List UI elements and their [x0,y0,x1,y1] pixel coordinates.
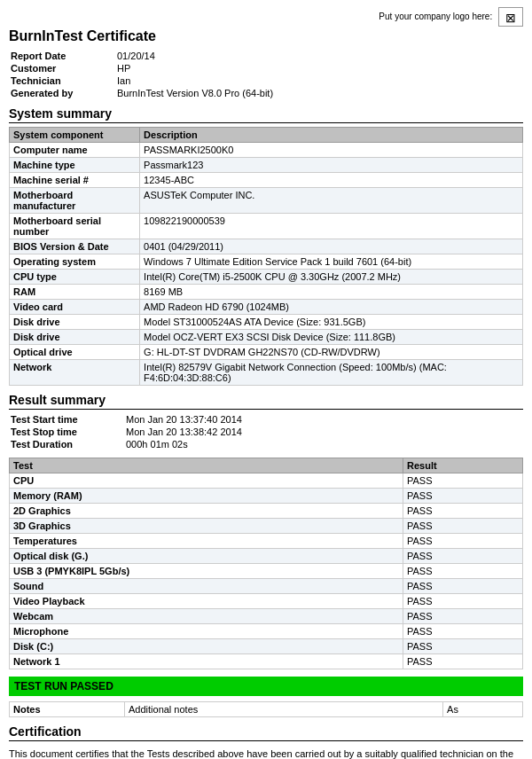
timing-value: Mon Jan 20 13:38:42 2014 [124,426,523,438]
header-value: BurnInTest Version V8.0 Pro (64-bit) [115,87,523,99]
notes-table: Notes Additional notes As [9,701,523,717]
test-row: TemperaturesPASS [10,534,523,549]
notes-row: Notes Additional notes As [10,702,523,717]
system-component: CPU type [10,270,140,285]
timing-label: Test Stop time [9,426,124,438]
system-description: Passmark123 [140,158,523,173]
test-result: PASS [403,594,523,609]
header-label: Generated by [9,87,115,99]
result-tests-table: Test Result CPUPASSMemory (RAM)PASS2D Gr… [9,458,523,669]
test-result: PASS [403,504,523,519]
test-result: PASS [403,534,523,549]
system-component: BIOS Version & Date [10,239,140,254]
test-row: Network 1PASS [10,654,523,669]
test-result: PASS [403,654,523,669]
test-row: WebcamPASS [10,609,523,624]
test-result: PASS [403,609,523,624]
system-summary-table: System component Description Computer na… [9,127,523,386]
system-description: Intel(R) 82579V Gigabit Network Connecti… [140,360,523,386]
test-row: MicrophonePASS [10,624,523,639]
header-label: Report Date [9,50,115,62]
notes-label: Notes [10,702,125,717]
system-row: NetworkIntel(R) 82579V Gigabit Network C… [10,360,523,386]
system-component: Machine type [10,158,140,173]
header-info-row: Report Date01/20/14 [9,50,523,62]
notes-value: Additional notes [125,702,443,717]
system-col2-header: Description [140,128,523,143]
header-info-row: TechnicianIan [9,74,523,87]
system-row: RAM8169 MB [10,285,523,300]
test-row: Memory (RAM)PASS [10,489,523,504]
system-row: Motherboard manufacturerASUSTeK Computer… [10,188,523,214]
header-info-table: Report Date01/20/14CustomerHPTechnicianI… [9,50,523,99]
cert-title: BurnInTest Certificate [9,28,523,44]
test-row: CPUPASS [10,473,523,489]
timing-row: Test Start timeMon Jan 20 13:37:40 2014 [9,413,523,426]
header-label: Technician [9,74,115,87]
system-component: Operating system [10,254,140,270]
system-row: Disk driveModel ST31000524AS ATA Device … [10,315,523,330]
certification-text: This document certifies that the Tests d… [9,747,523,759]
test-name: Temperatures [10,534,403,549]
system-row: Operating systemWindows 7 Ultimate Editi… [10,254,523,270]
system-description: ASUSTeK Computer INC. [140,188,523,214]
test-name: Memory (RAM) [10,489,403,504]
system-description: PASSMARKI2500K0 [140,143,523,158]
system-row: Optical driveG: HL-DT-ST DVDRAM GH22NS70… [10,345,523,360]
result-summary-title: Result summary [9,393,523,410]
test-name: Microphone [10,624,403,639]
header-label: Customer [9,62,115,74]
system-description: 109822190000539 [140,214,523,239]
system-row: Machine typePassmark123 [10,158,523,173]
system-row: Video cardAMD Radeon HD 6790 (1024MB) [10,300,523,315]
test-col1-header: Test [10,458,403,473]
certification-title: Certification [9,724,523,741]
test-name: CPU [10,473,403,489]
timing-label: Test Duration [9,438,124,450]
system-description: 12345-ABC [140,173,523,188]
test-name: 3D Graphics [10,519,403,534]
test-name: 2D Graphics [10,504,403,519]
test-name: Video Playback [10,594,403,609]
logo-prompt: Put your company logo here: [379,12,492,21]
system-summary-title: System summary [9,106,523,123]
header-value: HP [115,62,523,74]
test-row: Video PlaybackPASS [10,594,523,609]
test-result: PASS [403,549,523,564]
system-description: Model ST31000524AS ATA Device (Size: 931… [140,315,523,330]
test-row: SoundPASS [10,579,523,594]
test-result: PASS [403,579,523,594]
header-value: Ian [115,74,523,87]
system-description: 0401 (04/29/2011) [140,239,523,254]
system-component: Network [10,360,140,386]
system-component: Machine serial # [10,173,140,188]
timing-label: Test Start time [9,413,124,426]
test-result: PASS [403,624,523,639]
timing-row: Test Duration000h 01m 02s [9,438,523,450]
system-description: Windows 7 Ultimate Edition Service Pack … [140,254,523,270]
system-row: Computer namePASSMARKI2500K0 [10,143,523,158]
system-description: 8169 MB [140,285,523,300]
logo-area: Put your company logo here: ⊠ [9,7,523,27]
system-description: G: HL-DT-ST DVDRAM GH22NS70 (CD-RW/DVDRW… [140,345,523,360]
test-row: Optical disk (G.)PASS [10,549,523,564]
timing-value: Mon Jan 20 13:37:40 2014 [124,413,523,426]
system-row: BIOS Version & Date0401 (04/29/2011) [10,239,523,254]
header-value: 01/20/14 [115,50,523,62]
header-info-row: CustomerHP [9,62,523,74]
test-name: Sound [10,579,403,594]
test-name: Webcam [10,609,403,624]
test-row: 2D GraphicsPASS [10,504,523,519]
test-row: 3D GraphicsPASS [10,519,523,534]
logo-placeholder-icon: ⊠ [498,7,523,27]
test-name: Network 1 [10,654,403,669]
system-component: Disk drive [10,315,140,330]
system-row: CPU typeIntel(R) Core(TM) i5-2500K CPU @… [10,270,523,285]
test-result: PASS [403,639,523,654]
result-timing-table: Test Start timeMon Jan 20 13:37:40 2014T… [9,413,523,450]
system-description: AMD Radeon HD 6790 (1024MB) [140,300,523,315]
test-result: PASS [403,489,523,504]
system-component: Motherboard manufacturer [10,188,140,214]
test-name: USB 3 (PMYK8IPL 5Gb/s) [10,564,403,579]
header-info-row: Generated byBurnInTest Version V8.0 Pro … [9,87,523,99]
